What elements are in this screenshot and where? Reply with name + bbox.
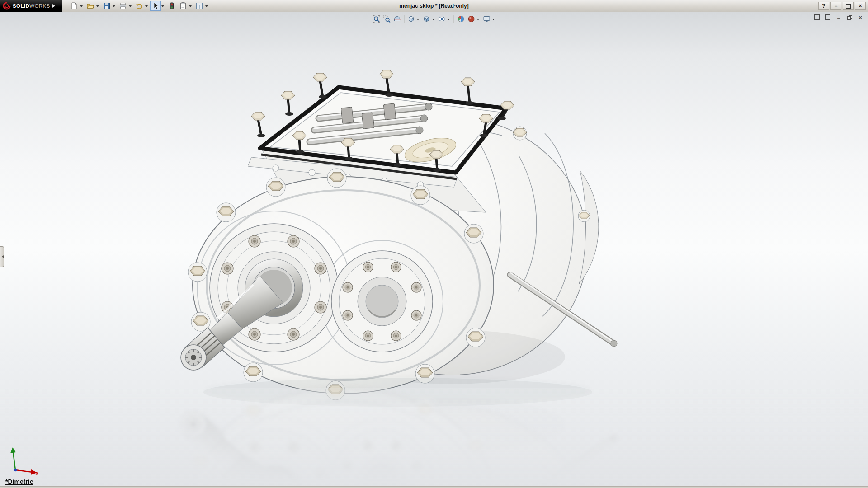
collapse-arrow-icon [0,255,4,258]
window-pane-button-1[interactable] [813,14,821,21]
select-cursor-icon [151,2,160,10]
new-document-icon [70,2,78,10]
close-button[interactable]: × [855,2,866,10]
options-panes-icon [195,2,203,10]
maximize-button[interactable] [843,2,854,10]
triad-x-label: X [35,471,38,476]
view-settings-button[interactable] [482,14,492,23]
save-button[interactable] [101,1,112,11]
status-bar [0,486,868,488]
rebuild-button[interactable] [166,1,177,11]
file-properties-dropdown[interactable] [189,5,192,9]
view-settings-dropdown[interactable] [492,19,495,22]
options-button[interactable] [194,1,205,11]
open-dropdown[interactable] [96,5,99,9]
dassault-systemes-icon [3,2,11,10]
reflection-fade [0,388,868,488]
file-properties-button[interactable] [178,1,189,11]
view-orientation-cube-icon [407,15,415,23]
toolbar-separator [454,15,454,23]
hide-show-items-dropdown[interactable] [448,19,450,22]
document-restore-button[interactable] [845,14,854,21]
help-button[interactable]: ? [818,2,829,10]
apply-scene-button[interactable] [467,14,476,23]
window-controls: ? – × [818,2,868,10]
hide-show-items-button[interactable] [437,14,447,23]
gearbox-model[interactable] [0,0,868,488]
solidworks-logo: SOLIDWORKS [0,0,62,12]
zoom-to-area-icon [383,15,391,23]
zoom-to-fit-button[interactable] [372,14,382,23]
zoom-to-fit-icon [373,15,381,23]
undo-icon [135,2,143,10]
document-minimize-button[interactable]: – [835,14,843,21]
save-dropdown[interactable] [113,5,115,9]
edit-appearance-ball-icon [457,15,465,23]
minimize-button[interactable]: – [830,2,841,10]
window-restore-icon [847,15,852,19]
select-dropdown[interactable] [161,5,164,9]
open-icon [86,2,94,10]
brand-text: SOLIDWORKS [13,3,50,9]
section-view-icon [393,15,401,23]
document-close-button[interactable]: × [856,14,864,21]
undo-button[interactable] [134,1,145,11]
featuremanager-collapse-handle[interactable] [0,246,4,267]
solidworks-window: SOLIDWORKS [0,0,868,488]
hide-show-eye-icon [438,15,446,23]
display-style-dropdown[interactable] [432,19,435,22]
menu-flyout-arrow-icon[interactable] [52,4,57,8]
save-icon [103,2,111,10]
options-dropdown[interactable] [205,5,208,9]
window-pane-icon [825,14,830,20]
bearing-flange-right[interactable] [331,251,433,352]
rebuild-traffic-light-icon [168,2,176,10]
select-button[interactable] [150,1,161,11]
apply-scene-dropdown[interactable] [477,19,480,22]
undo-dropdown[interactable] [145,5,148,9]
apply-scene-icon [467,15,476,23]
new-document-button[interactable] [69,1,80,11]
new-document-dropdown[interactable] [80,5,83,9]
file-properties-icon [179,2,187,10]
main-toolbar [69,1,210,11]
heads-up-toolbar [372,14,497,23]
graphics-area[interactable]: – × X *Dimetric [0,12,868,488]
window-pane-icon [814,14,820,20]
display-style-icon [423,15,431,23]
section-view-button[interactable] [392,14,402,23]
document-window-controls: – × [813,14,864,21]
maximize-icon [846,4,851,9]
brand-solid: SOLID [13,3,29,9]
edit-appearance-button[interactable] [456,14,466,23]
view-settings-icon [483,15,491,23]
window-pane-button-2[interactable] [824,14,832,21]
titlebar: SOLIDWORKS [0,0,868,12]
zoom-to-area-button[interactable] [382,14,392,23]
view-orientation-dropdown[interactable] [417,19,420,22]
print-button[interactable] [118,1,128,11]
print-dropdown[interactable] [129,5,132,9]
open-button[interactable] [85,1,96,11]
print-icon [119,2,127,10]
view-orientation-button[interactable] [406,14,416,23]
display-style-button[interactable] [422,14,432,23]
view-orientation-label: *Dimetric [5,478,33,485]
toolbar-separator [404,15,405,23]
brand-works: WORKS [29,3,50,9]
